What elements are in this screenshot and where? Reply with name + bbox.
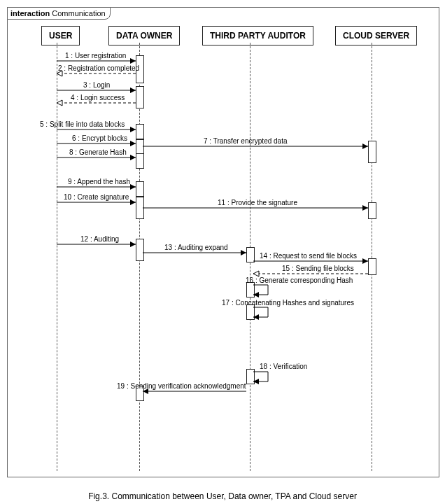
svg-marker-21 (362, 205, 368, 211)
svg-marker-23 (130, 241, 136, 247)
msg-14: 14 : Request to send file blocks (260, 252, 357, 260)
msg-4: 4 : Login success (71, 94, 125, 102)
svg-marker-29 (253, 271, 259, 276)
msg-7: 7 : Transfer encrypted data (204, 137, 288, 145)
svg-marker-27 (362, 258, 368, 264)
svg-marker-11 (130, 141, 136, 146)
svg-marker-25 (241, 250, 246, 255)
msg-16: 16 : Generate corresponding Hash (246, 276, 353, 284)
msg-19: 19 : Sending verification acknowledgment (117, 382, 246, 390)
svg-marker-5 (130, 88, 136, 93)
msg-11: 11 : Provide the signature (218, 199, 297, 206)
msg-18: 18 : Verification (260, 363, 307, 370)
svg-marker-13 (362, 144, 368, 149)
msg-5: 5 : Split file into data blocks (40, 120, 125, 128)
msg-2: 2 : Registration completed (58, 64, 139, 72)
msg-13: 13 : Auditing expand (164, 244, 228, 251)
figure-caption: Fig.3. Communication between User, Data … (0, 491, 445, 501)
msg-6: 6 : Encrypt blocks (72, 134, 127, 142)
svg-marker-9 (130, 127, 136, 132)
svg-marker-15 (130, 155, 136, 160)
msg-10: 10 : Create signature (64, 193, 129, 201)
svg-marker-7 (57, 100, 62, 106)
msg-12: 12 : Auditing (80, 235, 119, 243)
svg-marker-33 (253, 292, 259, 298)
svg-marker-41 (253, 379, 259, 384)
svg-marker-17 (130, 184, 136, 190)
svg-marker-19 (130, 200, 136, 205)
msg-1: 1 : User registration (65, 52, 126, 59)
page: interaction Communication USER DATA OWNE… (0, 0, 445, 504)
svg-marker-1 (130, 58, 136, 64)
msg-9: 9 : Append the hash (68, 178, 130, 186)
svg-marker-37 (253, 314, 259, 320)
msg-15: 15 : Sending file blocks (282, 265, 354, 272)
msg-3: 3 : Login (83, 81, 110, 89)
msg-17: 17 : Concatenating Hashes and signatures (222, 299, 354, 307)
interaction-frame: interaction Communication USER DATA OWNE… (7, 7, 439, 477)
msg-8: 8 : Generate Hash (69, 148, 127, 156)
arrows-svg (8, 8, 439, 477)
